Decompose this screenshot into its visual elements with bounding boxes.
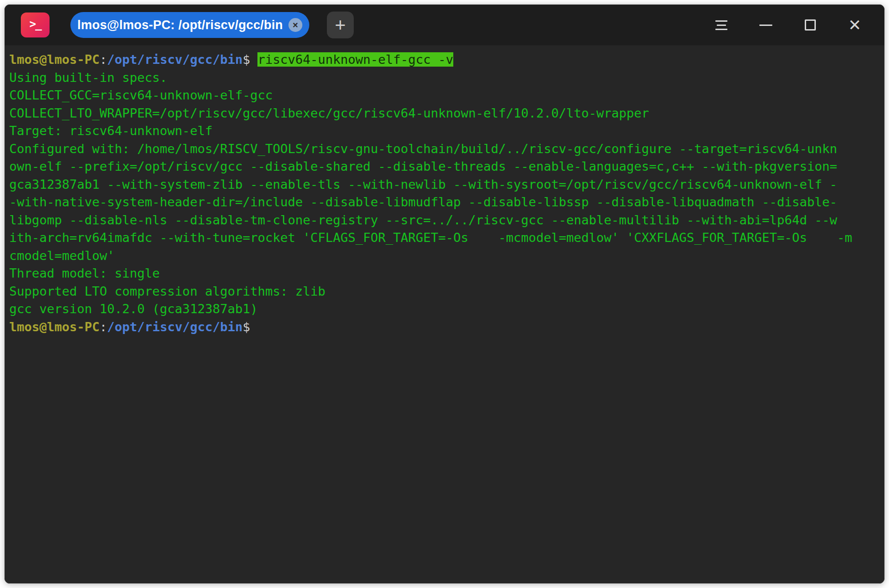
close-button[interactable]: ✕ bbox=[840, 10, 870, 40]
terminal-line: -with-native-system-header-dir=/include … bbox=[9, 193, 884, 211]
terminal-text-segment: : bbox=[100, 320, 107, 334]
terminal-text-segment: Supported LTO compression algorithms: zl… bbox=[9, 284, 326, 298]
tab-close-icon[interactable]: × bbox=[288, 18, 302, 32]
terminal-text-segment: -with-native-system-header-dir=/include … bbox=[9, 195, 837, 209]
maximize-icon bbox=[805, 19, 816, 31]
titlebar: >_ lmos@lmos-PC: /opt/riscv/gcc/bin × + … bbox=[5, 5, 884, 45]
terminal-text-segment: Thread model: single bbox=[9, 266, 160, 280]
terminal-text-segment: libgomp --disable-nls --disable-tm-clone… bbox=[9, 213, 837, 227]
terminal-text-segment: COLLECT_GCC=riscv64-unknown-elf-gcc bbox=[9, 88, 273, 102]
terminal-text-segment: cmodel=medlow' bbox=[9, 248, 115, 263]
terminal-text-segment: COLLECT_LTO_WRAPPER=/opt/riscv/gcc/libex… bbox=[9, 106, 649, 120]
terminal-line: lmos@lmos-PC:/opt/riscv/gcc/bin$ riscv64… bbox=[9, 51, 884, 69]
terminal-text-segment: Target: riscv64-unknown-elf bbox=[9, 124, 213, 138]
tab-active[interactable]: lmos@lmos-PC: /opt/riscv/gcc/bin × bbox=[70, 12, 309, 38]
desktop-background: >_ lmos@lmos-PC: /opt/riscv/gcc/bin × + … bbox=[0, 0, 889, 588]
menu-button[interactable] bbox=[707, 10, 736, 40]
terminal-prompt-glyph: >_ bbox=[30, 18, 41, 31]
close-icon: ✕ bbox=[848, 17, 862, 33]
tab-title: lmos@lmos-PC: /opt/riscv/gcc/bin bbox=[77, 18, 283, 32]
terminal-content[interactable]: lmos@lmos-PC:/opt/riscv/gcc/bin$ riscv64… bbox=[5, 45, 884, 583]
terminal-text-segment: gcc version 10.2.0 (gca312387ab1) bbox=[9, 302, 257, 316]
terminal-text-segment: gca312387ab1 --with-system-zlib --enable… bbox=[9, 177, 837, 192]
terminal-text-segment: : bbox=[100, 52, 107, 67]
terminal-line: lmos@lmos-PC:/opt/riscv/gcc/bin$ bbox=[9, 318, 884, 336]
minimize-button[interactable] bbox=[751, 10, 781, 40]
terminal-line: Using built-in specs. bbox=[9, 69, 884, 87]
terminal-line: gca312387ab1 --with-system-zlib --enable… bbox=[9, 176, 884, 194]
terminal-line: libgomp --disable-nls --disable-tm-clone… bbox=[9, 211, 884, 229]
terminal-line: cmodel=medlow' bbox=[9, 247, 884, 265]
selected-command-text: riscv64-unknown-elf-gcc -v bbox=[257, 52, 453, 67]
terminal-text-segment: lmos@lmos-PC bbox=[9, 52, 100, 67]
terminal-text-segment: /opt/riscv/gcc/bin bbox=[107, 52, 243, 67]
terminal-window: >_ lmos@lmos-PC: /opt/riscv/gcc/bin × + … bbox=[4, 4, 885, 584]
terminal-line: gcc version 10.2.0 (gca312387ab1) bbox=[9, 300, 884, 318]
new-tab-button[interactable]: + bbox=[327, 12, 354, 38]
terminal-text-segment: own-elf --prefix=/opt/riscv/gcc --disabl… bbox=[9, 159, 837, 173]
terminal-app-icon: >_ bbox=[21, 12, 50, 37]
terminal-text-segment: ith-arch=rv64imafdc --with-tune=rocket '… bbox=[9, 230, 852, 245]
terminal-line: COLLECT_GCC=riscv64-unknown-elf-gcc bbox=[9, 87, 884, 105]
menu-icon bbox=[715, 20, 727, 30]
terminal-text-segment: /opt/riscv/gcc/bin bbox=[107, 320, 243, 334]
terminal-line: Supported LTO compression algorithms: zl… bbox=[9, 283, 884, 301]
terminal-text-segment: $ bbox=[243, 320, 250, 334]
terminal-line: Configured with: /home/lmos/RISCV_TOOLS/… bbox=[9, 140, 884, 158]
terminal-line: COLLECT_LTO_WRAPPER=/opt/riscv/gcc/libex… bbox=[9, 105, 884, 123]
terminal-line: own-elf --prefix=/opt/riscv/gcc --disabl… bbox=[9, 158, 884, 176]
terminal-line: ith-arch=rv64imafdc --with-tune=rocket '… bbox=[9, 229, 884, 247]
terminal-text-segment: Using built-in specs. bbox=[9, 70, 167, 85]
terminal-text-segment: lmos@lmos-PC bbox=[9, 320, 100, 334]
terminal-text-segment: Configured with: /home/lmos/RISCV_TOOLS/… bbox=[9, 142, 837, 156]
terminal-text-segment: $ bbox=[243, 52, 258, 67]
terminal-line: Thread model: single bbox=[9, 265, 884, 283]
maximize-button[interactable] bbox=[795, 10, 825, 40]
minimize-icon bbox=[759, 25, 772, 26]
terminal-line: Target: riscv64-unknown-elf bbox=[9, 122, 884, 140]
